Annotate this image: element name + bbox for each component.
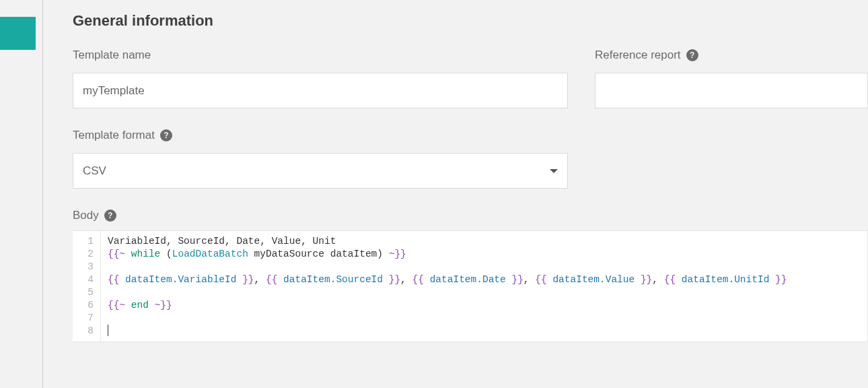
template-format-label-text: Template format	[73, 129, 155, 142]
line-number: 4	[73, 273, 96, 286]
row-template-format: Template format ? CSV	[73, 129, 868, 189]
reference-report-label-text: Reference report	[595, 48, 681, 62]
text-cursor	[108, 325, 108, 336]
row-name-reference: Template name Reference report ?	[73, 48, 868, 108]
line-number: 6	[73, 299, 96, 312]
help-icon[interactable]: ?	[104, 209, 116, 222]
code-line: VariableId, SourceId, Date, Value, Unit	[108, 235, 861, 248]
code-line	[108, 286, 861, 299]
section-title: General information	[73, 12, 868, 30]
template-format-selected: CSV	[83, 164, 106, 178]
template-name-input[interactable]	[73, 73, 568, 108]
line-number: 5	[73, 286, 96, 299]
body-code-editor[interactable]: 1 2 3 4 5 6 7 8 VariableId, SourceId, Da…	[73, 230, 868, 342]
template-name-label-text: Template name	[73, 48, 151, 62]
reference-report-input[interactable]	[595, 73, 868, 108]
code-line	[108, 325, 861, 337]
line-number: 8	[73, 325, 96, 337]
template-name-label: Template name	[73, 48, 568, 62]
editor-code-area[interactable]: VariableId, SourceId, Date, Value, Unit{…	[101, 231, 867, 342]
field-body: Body ? 1 2 3 4 5 6 7 8 VariableId, Sourc…	[73, 209, 868, 342]
field-reference-report: Reference report ?	[595, 48, 868, 108]
code-line: {{~ while (LoadDataBatch myDataSource da…	[108, 248, 861, 261]
line-number: 1	[73, 235, 96, 248]
template-format-label: Template format ?	[73, 129, 568, 142]
template-format-select[interactable]: CSV	[73, 153, 568, 189]
line-number: 2	[73, 248, 96, 261]
main-content: General information Template name Refere…	[43, 0, 868, 388]
chevron-down-icon	[550, 169, 558, 173]
line-number: 7	[73, 312, 96, 325]
reference-report-label: Reference report ?	[595, 48, 868, 62]
editor-gutter: 1 2 3 4 5 6 7 8	[73, 231, 101, 342]
field-template-name: Template name	[73, 48, 568, 108]
sidebar-active-tab[interactable]	[0, 17, 36, 50]
line-number: 3	[73, 261, 96, 273]
code-line	[108, 261, 861, 273]
code-line: {{~ end ~}}	[108, 299, 861, 312]
body-label: Body ?	[73, 209, 868, 222]
help-icon[interactable]: ?	[160, 129, 172, 141]
body-label-text: Body	[73, 209, 99, 222]
field-template-format: Template format ? CSV	[73, 129, 568, 189]
code-line	[108, 312, 861, 325]
help-icon[interactable]: ?	[686, 49, 698, 61]
code-line: {{ dataItem.VariableId }}, {{ dataItem.S…	[108, 273, 861, 286]
